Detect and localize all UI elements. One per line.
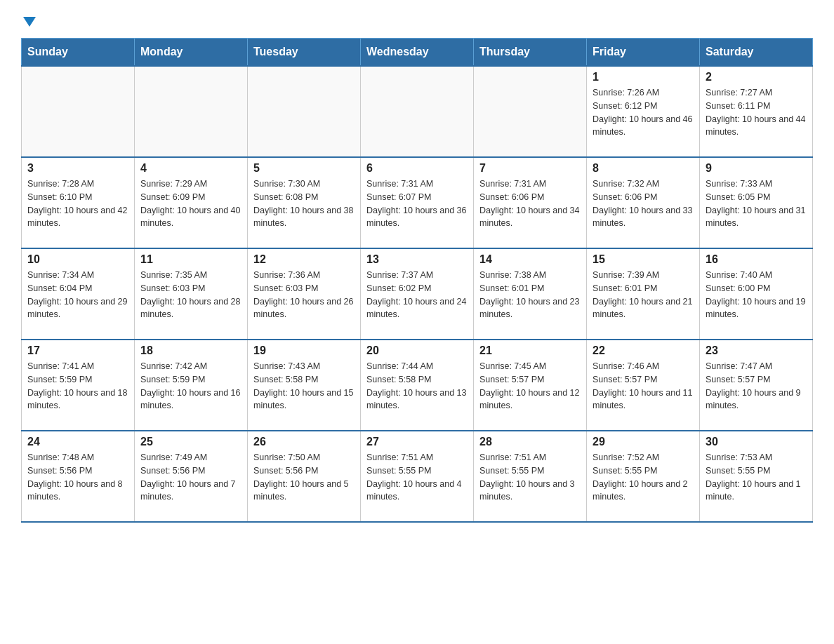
day-info: Sunrise: 7:27 AMSunset: 6:11 PMDaylight:…: [706, 86, 807, 139]
calendar-cell: 17Sunrise: 7:41 AMSunset: 5:59 PMDayligh…: [22, 340, 135, 431]
day-info: Sunrise: 7:48 AMSunset: 5:56 PMDaylight:…: [27, 451, 128, 504]
calendar-cell: 28Sunrise: 7:51 AMSunset: 5:55 PMDayligh…: [474, 431, 587, 522]
calendar-cell: 26Sunrise: 7:50 AMSunset: 5:56 PMDayligh…: [248, 431, 361, 522]
page-header: [21, 14, 813, 24]
day-number: 25: [140, 436, 241, 448]
day-number: 21: [479, 344, 581, 357]
day-info: Sunrise: 7:28 AMSunset: 6:10 PMDaylight:…: [27, 177, 128, 230]
day-number: 8: [593, 162, 694, 175]
day-number: 20: [366, 344, 468, 357]
calendar-cell: 2Sunrise: 7:27 AMSunset: 6:11 PMDaylight…: [700, 66, 813, 157]
calendar-table: Sunday Monday Tuesday Wednesday Thursday…: [21, 38, 813, 523]
day-number: 15: [593, 253, 694, 266]
day-info: Sunrise: 7:46 AMSunset: 5:57 PMDaylight:…: [593, 360, 694, 412]
day-info: Sunrise: 7:44 AMSunset: 5:58 PMDaylight:…: [366, 360, 468, 412]
calendar-cell: 10Sunrise: 7:34 AMSunset: 6:04 PMDayligh…: [22, 248, 135, 340]
day-number: 22: [593, 344, 694, 357]
day-number: 13: [366, 253, 468, 266]
calendar-cell: 6Sunrise: 7:31 AMSunset: 6:07 PMDaylight…: [361, 157, 474, 248]
day-info: Sunrise: 7:45 AMSunset: 5:57 PMDaylight:…: [479, 360, 581, 412]
calendar-cell: 4Sunrise: 7:29 AMSunset: 6:09 PMDaylight…: [135, 157, 248, 248]
day-number: 11: [140, 253, 241, 266]
header-saturday: Saturday: [700, 39, 813, 67]
day-info: Sunrise: 7:32 AMSunset: 6:06 PMDaylight:…: [593, 177, 694, 230]
day-info: Sunrise: 7:31 AMSunset: 6:06 PMDaylight:…: [479, 177, 581, 230]
calendar-cell: [248, 66, 361, 157]
day-info: Sunrise: 7:31 AMSunset: 6:07 PMDaylight:…: [366, 177, 468, 230]
calendar-cell: 27Sunrise: 7:51 AMSunset: 5:55 PMDayligh…: [361, 431, 474, 522]
day-number: 5: [253, 162, 355, 175]
day-info: Sunrise: 7:35 AMSunset: 6:03 PMDaylight:…: [140, 269, 241, 321]
day-number: 9: [706, 162, 807, 175]
calendar-cell: 16Sunrise: 7:40 AMSunset: 6:00 PMDayligh…: [700, 248, 813, 340]
day-info: Sunrise: 7:51 AMSunset: 5:55 PMDaylight:…: [366, 451, 468, 504]
calendar-cell: 13Sunrise: 7:37 AMSunset: 6:02 PMDayligh…: [361, 248, 474, 340]
day-number: 14: [479, 253, 581, 266]
day-info: Sunrise: 7:51 AMSunset: 5:55 PMDaylight:…: [479, 451, 581, 504]
logo: [21, 14, 36, 24]
day-info: Sunrise: 7:47 AMSunset: 5:57 PMDaylight:…: [706, 360, 807, 412]
day-number: 12: [253, 253, 355, 266]
calendar-cell: 9Sunrise: 7:33 AMSunset: 6:05 PMDaylight…: [700, 157, 813, 248]
calendar-cell: 7Sunrise: 7:31 AMSunset: 6:06 PMDaylight…: [474, 157, 587, 248]
day-number: 29: [593, 436, 694, 448]
day-info: Sunrise: 7:33 AMSunset: 6:05 PMDaylight:…: [706, 177, 807, 230]
calendar-cell: [135, 66, 248, 157]
day-number: 2: [706, 71, 807, 83]
calendar-week-row: 3Sunrise: 7:28 AMSunset: 6:10 PMDaylight…: [22, 157, 813, 248]
day-info: Sunrise: 7:30 AMSunset: 6:08 PMDaylight:…: [253, 177, 355, 230]
calendar-cell: 22Sunrise: 7:46 AMSunset: 5:57 PMDayligh…: [587, 340, 700, 431]
calendar-cell: 23Sunrise: 7:47 AMSunset: 5:57 PMDayligh…: [700, 340, 813, 431]
calendar-cell: 21Sunrise: 7:45 AMSunset: 5:57 PMDayligh…: [474, 340, 587, 431]
calendar-cell: 14Sunrise: 7:38 AMSunset: 6:01 PMDayligh…: [474, 248, 587, 340]
calendar-cell: 12Sunrise: 7:36 AMSunset: 6:03 PMDayligh…: [248, 248, 361, 340]
calendar-week-row: 17Sunrise: 7:41 AMSunset: 5:59 PMDayligh…: [22, 340, 813, 431]
day-number: 10: [27, 253, 128, 266]
header-tuesday: Tuesday: [248, 39, 361, 67]
day-info: Sunrise: 7:42 AMSunset: 5:59 PMDaylight:…: [140, 360, 241, 412]
day-number: 1: [593, 71, 694, 83]
logo-triangle-icon: [23, 17, 36, 27]
calendar-cell: 1Sunrise: 7:26 AMSunset: 6:12 PMDaylight…: [587, 66, 700, 157]
day-number: 28: [479, 436, 581, 448]
weekday-header-row: Sunday Monday Tuesday Wednesday Thursday…: [22, 39, 813, 67]
day-number: 4: [140, 162, 241, 175]
calendar-cell: 11Sunrise: 7:35 AMSunset: 6:03 PMDayligh…: [135, 248, 248, 340]
day-info: Sunrise: 7:29 AMSunset: 6:09 PMDaylight:…: [140, 177, 241, 230]
calendar-cell: 5Sunrise: 7:30 AMSunset: 6:08 PMDaylight…: [248, 157, 361, 248]
calendar-cell: [474, 66, 587, 157]
calendar-cell: 20Sunrise: 7:44 AMSunset: 5:58 PMDayligh…: [361, 340, 474, 431]
day-number: 6: [366, 162, 468, 175]
day-info: Sunrise: 7:40 AMSunset: 6:00 PMDaylight:…: [706, 269, 807, 321]
header-wednesday: Wednesday: [361, 39, 474, 67]
day-number: 17: [27, 344, 128, 357]
day-number: 24: [27, 436, 128, 448]
day-number: 3: [27, 162, 128, 175]
calendar-week-row: 1Sunrise: 7:26 AMSunset: 6:12 PMDaylight…: [22, 66, 813, 157]
calendar-cell: 24Sunrise: 7:48 AMSunset: 5:56 PMDayligh…: [22, 431, 135, 522]
day-info: Sunrise: 7:36 AMSunset: 6:03 PMDaylight:…: [253, 269, 355, 321]
day-info: Sunrise: 7:52 AMSunset: 5:55 PMDaylight:…: [593, 451, 694, 504]
day-info: Sunrise: 7:38 AMSunset: 6:01 PMDaylight:…: [479, 269, 581, 321]
day-number: 30: [706, 436, 807, 448]
day-info: Sunrise: 7:49 AMSunset: 5:56 PMDaylight:…: [140, 451, 241, 504]
day-number: 23: [706, 344, 807, 357]
day-number: 7: [479, 162, 581, 175]
calendar-cell: 15Sunrise: 7:39 AMSunset: 6:01 PMDayligh…: [587, 248, 700, 340]
day-number: 18: [140, 344, 241, 357]
calendar-week-row: 24Sunrise: 7:48 AMSunset: 5:56 PMDayligh…: [22, 431, 813, 522]
day-info: Sunrise: 7:37 AMSunset: 6:02 PMDaylight:…: [366, 269, 468, 321]
calendar-cell: [361, 66, 474, 157]
calendar-cell: 25Sunrise: 7:49 AMSunset: 5:56 PMDayligh…: [135, 431, 248, 522]
day-info: Sunrise: 7:43 AMSunset: 5:58 PMDaylight:…: [253, 360, 355, 412]
calendar-week-row: 10Sunrise: 7:34 AMSunset: 6:04 PMDayligh…: [22, 248, 813, 340]
header-monday: Monday: [135, 39, 248, 67]
day-info: Sunrise: 7:50 AMSunset: 5:56 PMDaylight:…: [253, 451, 355, 504]
calendar-cell: 8Sunrise: 7:32 AMSunset: 6:06 PMDaylight…: [587, 157, 700, 248]
header-sunday: Sunday: [22, 39, 135, 67]
day-number: 27: [366, 436, 468, 448]
day-info: Sunrise: 7:39 AMSunset: 6:01 PMDaylight:…: [593, 269, 694, 321]
day-number: 26: [253, 436, 355, 448]
calendar-cell: 30Sunrise: 7:53 AMSunset: 5:55 PMDayligh…: [700, 431, 813, 522]
calendar-cell: 29Sunrise: 7:52 AMSunset: 5:55 PMDayligh…: [587, 431, 700, 522]
